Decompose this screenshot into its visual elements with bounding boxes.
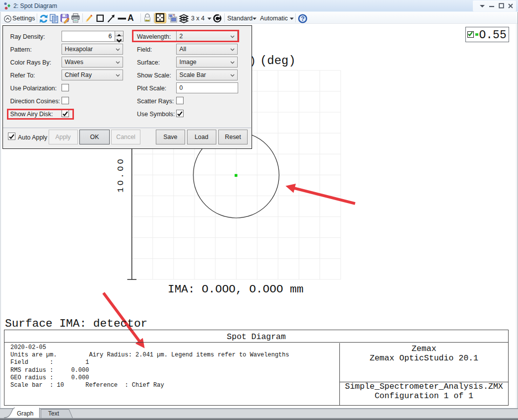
svg-text:?: ? — [301, 15, 305, 22]
